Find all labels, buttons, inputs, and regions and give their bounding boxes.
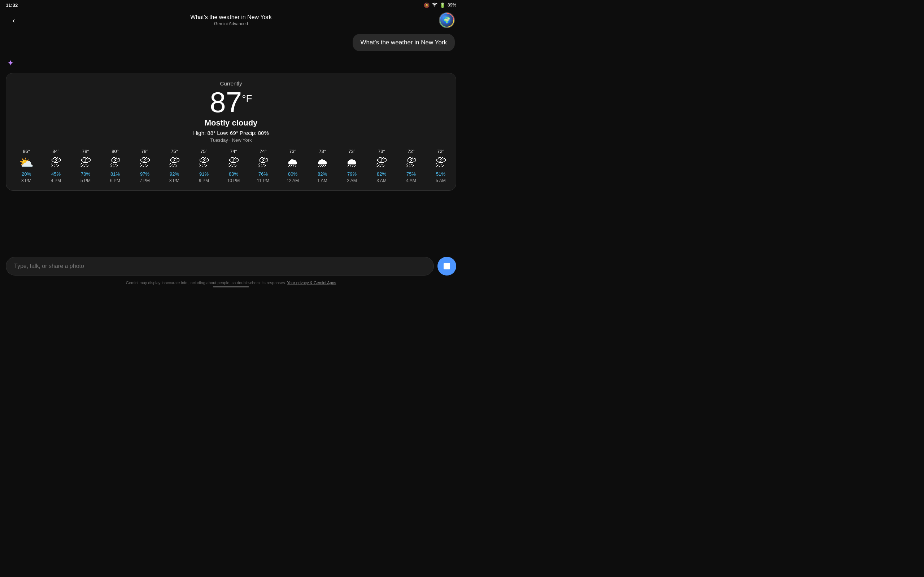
message-area: What's the weather in New York bbox=[0, 30, 462, 55]
input-area bbox=[0, 257, 462, 276]
hourly-item: 72° ⛈ 75% 4 AM bbox=[398, 148, 424, 183]
hour-precip: 83% bbox=[229, 171, 238, 177]
hourly-item: 73° ⛈ 82% 3 AM bbox=[368, 148, 394, 183]
battery-icon: 🔋 bbox=[439, 3, 446, 8]
hour-precip: 20% bbox=[22, 171, 31, 177]
hour-precip: 92% bbox=[170, 171, 179, 177]
weather-location: Tuesday · New York bbox=[13, 137, 449, 143]
hour-weather-icon: ⛈ bbox=[257, 155, 269, 170]
hour-temp: 78° bbox=[141, 148, 149, 154]
hour-time: 8 PM bbox=[169, 178, 179, 183]
hour-time: 12 AM bbox=[287, 178, 299, 183]
hour-precip: 91% bbox=[199, 171, 208, 177]
hour-time: 7 PM bbox=[140, 178, 150, 183]
hour-temp: 73° bbox=[319, 148, 326, 154]
hour-temp: 72° bbox=[437, 148, 444, 154]
hour-temp: 72° bbox=[407, 148, 415, 154]
status-bar: 11:32 🔕 🔋 89% bbox=[0, 0, 462, 10]
hour-weather-icon: 🌧 bbox=[346, 155, 358, 170]
avatar-inner: 🌍 bbox=[440, 14, 453, 27]
gemini-star-icon: ✦ bbox=[7, 58, 14, 68]
hour-temp: 75° bbox=[200, 148, 208, 154]
wifi-icon bbox=[432, 2, 438, 9]
hourly-item: 84° ⛈ 45% 4 PM bbox=[43, 148, 69, 183]
hour-weather-icon: 🌧 bbox=[317, 155, 328, 170]
hour-temp: 73° bbox=[289, 148, 296, 154]
hour-precip: 45% bbox=[51, 171, 61, 177]
hour-precip: 82% bbox=[377, 171, 386, 177]
hour-precip: 97% bbox=[140, 171, 149, 177]
hour-time: 3 PM bbox=[21, 178, 31, 183]
hour-temp: 80° bbox=[111, 148, 119, 154]
hour-temp: 75° bbox=[171, 148, 178, 154]
hour-precip: 82% bbox=[318, 171, 327, 177]
hour-temp: 74° bbox=[230, 148, 237, 154]
user-message-text: What's the weather in New York bbox=[360, 39, 447, 46]
temperature-value: 87°F bbox=[210, 88, 252, 117]
temp-number: 87 bbox=[210, 86, 242, 118]
hour-temp: 74° bbox=[260, 148, 267, 154]
hour-time: 4 AM bbox=[406, 178, 416, 183]
back-arrow-icon: ‹ bbox=[13, 16, 15, 24]
gemini-icon-area: ✦ bbox=[0, 55, 462, 71]
hour-weather-icon: ⛈ bbox=[109, 155, 121, 170]
hour-temp: 78° bbox=[82, 148, 89, 154]
home-indicator bbox=[213, 286, 249, 287]
disclaimer-text: Gemini may display inaccurate info, incl… bbox=[126, 280, 286, 285]
hour-time: 2 AM bbox=[347, 178, 357, 183]
hour-temp: 73° bbox=[348, 148, 355, 154]
hourly-item: 75° ⛈ 91% 9 PM bbox=[191, 148, 217, 183]
hourly-item: 73° 🌧 82% 1 AM bbox=[309, 148, 335, 183]
hourly-item: 75° ⛈ 92% 8 PM bbox=[162, 148, 187, 183]
hourly-item: 86° ⛅ 20% 3 PM bbox=[13, 148, 39, 183]
page-title: What's the weather in New York bbox=[190, 14, 271, 21]
hourly-item: 78° ⛈ 78% 5 PM bbox=[73, 148, 99, 183]
hour-precip: 81% bbox=[110, 171, 120, 177]
stop-icon bbox=[444, 263, 450, 269]
hourly-item: 73° 🌧 79% 2 AM bbox=[339, 148, 365, 183]
header-title-area: What's the weather in New York Gemini Ad… bbox=[190, 14, 271, 26]
weather-condition: Mostly cloudy bbox=[13, 118, 449, 128]
hour-precip: 51% bbox=[436, 171, 446, 177]
disclaimer: Gemini may display inaccurate info, incl… bbox=[0, 280, 462, 285]
hour-time: 5 AM bbox=[436, 178, 446, 183]
hour-weather-icon: ⛈ bbox=[405, 155, 417, 170]
hour-weather-icon: ⛈ bbox=[198, 155, 210, 170]
hour-temp: 73° bbox=[378, 148, 385, 154]
hour-precip: 76% bbox=[258, 171, 268, 177]
currently-label: Currently bbox=[13, 81, 449, 87]
temp-unit: °F bbox=[242, 93, 252, 104]
hour-weather-icon: ⛈ bbox=[50, 155, 62, 170]
hour-weather-icon: ⛈ bbox=[228, 155, 239, 170]
status-time: 11:32 bbox=[6, 3, 18, 8]
hour-time: 10 PM bbox=[228, 178, 240, 183]
weather-card: Currently 87°F Mostly cloudy High: 88° L… bbox=[6, 73, 456, 191]
hour-time: 6 PM bbox=[110, 178, 120, 183]
hour-weather-icon: ⛈ bbox=[168, 155, 180, 170]
mute-icon: 🔕 bbox=[424, 3, 430, 8]
hour-time: 4 PM bbox=[51, 178, 61, 183]
user-avatar[interactable]: 🌍 bbox=[439, 12, 455, 28]
privacy-link[interactable]: Your privacy & Gemini Apps bbox=[287, 280, 336, 285]
page-subtitle: Gemini Advanced bbox=[190, 21, 271, 26]
status-icons: 🔕 🔋 89% bbox=[424, 2, 456, 9]
stop-button[interactable] bbox=[438, 257, 456, 276]
hour-precip: 75% bbox=[406, 171, 416, 177]
hour-precip: 80% bbox=[288, 171, 297, 177]
temperature-container: 87°F bbox=[13, 88, 449, 117]
hourly-item: 74° ⛈ 83% 10 PM bbox=[221, 148, 247, 183]
hourly-forecast: 86° ⛅ 20% 3 PM 84° ⛈ 45% 4 PM 78° ⛈ 78% … bbox=[13, 148, 449, 183]
weather-details: High: 88° Low: 69° Precip: 80% bbox=[13, 130, 449, 136]
hourly-item: 80° ⛈ 81% 6 PM bbox=[102, 148, 128, 183]
hour-precip: 79% bbox=[347, 171, 357, 177]
hour-weather-icon: ⛈ bbox=[435, 155, 446, 170]
back-button[interactable]: ‹ bbox=[7, 14, 20, 27]
chat-input[interactable] bbox=[6, 257, 434, 276]
hour-temp: 84° bbox=[52, 148, 60, 154]
hour-weather-icon: ⛈ bbox=[139, 155, 150, 170]
hourly-item: 74° ⛈ 76% 11 PM bbox=[250, 148, 276, 183]
hour-precip: 78% bbox=[81, 171, 90, 177]
hour-weather-icon: 🌧 bbox=[287, 155, 299, 170]
battery-percentage: 89% bbox=[447, 3, 456, 8]
hour-weather-icon: ⛅ bbox=[19, 155, 34, 170]
